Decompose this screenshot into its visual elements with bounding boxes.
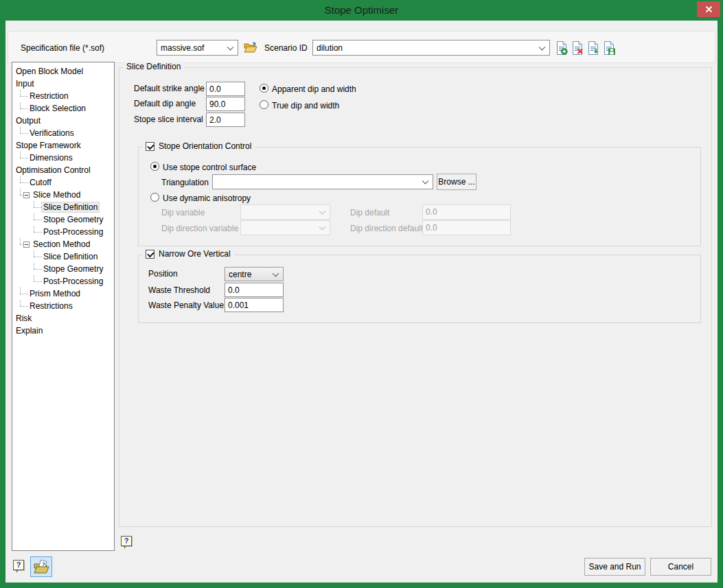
tree-item-output[interactable]: Output — [12, 115, 114, 127]
tree-item-optimisation-control[interactable]: Optimisation Control — [12, 164, 114, 176]
triangulation-combobox[interactable] — [212, 174, 433, 189]
save-scenario-button[interactable] — [603, 41, 615, 55]
cancel-button[interactable]: Cancel — [650, 558, 711, 576]
tree-item-verifications[interactable]: Verifications — [12, 127, 114, 139]
tree-item-label: Stope Framework — [16, 141, 81, 150]
dip-direction-variable-combobox[interactable] — [240, 220, 330, 235]
tree-item-label: Block Selection — [30, 104, 86, 113]
new-scenario-button[interactable] — [555, 41, 568, 55]
tree-item-cutoff[interactable]: Cutoff — [12, 176, 114, 189]
tree-item-dimensions[interactable]: Dimensions — [12, 152, 114, 164]
tree-item-label: Optimisation Control — [16, 165, 91, 175]
spec-file-label: Specification file (*.sof) — [21, 43, 104, 53]
dialog-help-icon[interactable]: ? — [13, 560, 24, 570]
tree-item-stope-geometry[interactable]: Stope Geometry — [12, 263, 114, 275]
tree-item-slice-method[interactable]: Slice Method — [12, 189, 114, 201]
delete-scenario-icon — [571, 41, 584, 55]
dip-default-input[interactable] — [422, 204, 511, 220]
tree-connector — [34, 213, 43, 226]
use-dynamic-anisotropy-radio[interactable] — [150, 193, 159, 202]
stope-orientation-control-label: Stope Orientation Control — [159, 141, 251, 151]
scenario-id-value: dilution — [317, 43, 549, 53]
titlebar: Stope Optimiser — [0, 0, 723, 21]
use-stope-control-surface-radio[interactable] — [150, 162, 159, 171]
tree-expander-icon[interactable] — [23, 192, 30, 198]
dip-variable-combobox[interactable] — [240, 204, 330, 220]
narrow-ore-vertical-checkbox[interactable] — [146, 250, 154, 259]
use-dynamic-anisotropy-label: Use dynamic anisotropy — [163, 193, 251, 203]
tree-item-label: Section Method — [33, 239, 90, 249]
default-dip-angle-label: Default dip angle — [134, 99, 196, 108]
tree-connector — [20, 300, 30, 312]
tree-item-input[interactable]: Input — [12, 78, 114, 90]
tree-item-post-processing[interactable]: Post-Processing — [12, 275, 114, 287]
tree-item-prism-method[interactable]: Prism Method — [12, 287, 114, 300]
triangulation-label: Triangulation — [161, 178, 209, 187]
import-scenario-icon — [587, 41, 599, 55]
tree-item-label: Slice Method — [33, 190, 80, 200]
tree-item-label: Output — [16, 116, 41, 126]
import-scenario-button[interactable] — [587, 41, 599, 55]
tree-connector — [20, 127, 30, 139]
tree-item-label: Slice Definition — [43, 252, 97, 261]
narrow-ore-vertical-group: Narrow Ore Vertical Position centre Wast… — [138, 255, 701, 323]
tree-item-explain[interactable]: Explain — [12, 325, 114, 337]
narrow-ore-vertical-title: Narrow Ore Vertical — [142, 249, 234, 259]
default-dip-angle-input[interactable] — [206, 97, 245, 111]
tree-expander-icon[interactable] — [23, 242, 30, 248]
apparent-dip-width-radio[interactable] — [260, 84, 268, 93]
save-and-run-button[interactable]: Save and Run — [584, 558, 645, 576]
narrow-ore-vertical-label: Narrow Ore Vertical — [159, 249, 231, 259]
tree-item-block-selection[interactable]: Block Selection — [12, 102, 114, 115]
tree-item-section-method[interactable]: Section Method — [12, 238, 114, 250]
open-spec-file-button[interactable] — [243, 40, 257, 54]
tree-item-slice-definition[interactable]: Slice Definition — [12, 250, 114, 263]
waste-penalty-value-label: Waste Penalty Value — [148, 301, 224, 310]
delete-scenario-button[interactable] — [571, 41, 584, 55]
tree-item-open-block-model[interactable]: Open Block Model — [12, 65, 114, 78]
tree-connector — [34, 201, 43, 213]
chevron-down-icon — [422, 178, 429, 185]
stope-orientation-control-title: Stope Orientation Control — [142, 141, 255, 151]
tree-item-restrictions[interactable]: Restrictions — [12, 300, 114, 312]
tree-item-risk[interactable]: Risk — [12, 312, 114, 325]
waste-threshold-label: Waste Threshold — [148, 285, 210, 295]
tree-connector — [34, 263, 43, 275]
new-scenario-icon — [555, 41, 568, 55]
browse-button[interactable]: Browse ... — [437, 174, 477, 190]
dip-variable-label: Dip variable — [161, 208, 205, 217]
tree-item-label: Open Block Model — [16, 67, 83, 76]
dip-default-label: Dip default — [350, 208, 389, 217]
tree-connector — [20, 287, 30, 300]
default-strike-angle-input[interactable] — [206, 82, 245, 96]
panel-help-icon[interactable]: ? — [121, 536, 132, 546]
chevron-down-icon — [319, 224, 326, 231]
tree-item-stope-geometry[interactable]: Stope Geometry — [12, 213, 114, 226]
scenario-id-combobox[interactable]: dilution — [312, 40, 550, 56]
waste-penalty-value-input[interactable] — [225, 298, 284, 312]
dip-direction-default-input[interactable] — [422, 220, 511, 235]
stope-orientation-control-checkbox[interactable] — [146, 142, 154, 151]
tree-connector — [20, 176, 30, 189]
stope-slice-interval-input[interactable] — [206, 113, 245, 127]
tree-view: Open Block ModelInputRestrictionBlock Se… — [12, 62, 115, 551]
position-label: Position — [148, 269, 178, 279]
tree-item-label: Risk — [16, 314, 32, 323]
tree-connector — [20, 102, 30, 115]
tree-item-stope-framework[interactable]: Stope Framework — [12, 139, 114, 152]
tree-item-label: Restriction — [30, 91, 69, 101]
close-button[interactable] — [697, 1, 720, 17]
tree-item-slice-definition[interactable]: Slice Definition — [12, 201, 114, 213]
waste-threshold-input[interactable] — [225, 283, 284, 297]
tree-item-restriction[interactable]: Restriction — [12, 90, 114, 102]
true-dip-width-radio[interactable] — [260, 100, 268, 109]
spec-file-combobox[interactable]: massive.sof — [157, 40, 238, 56]
stope-orientation-control-group: Stope Orientation Control Use stope cont… — [138, 147, 701, 246]
close-icon — [705, 5, 713, 13]
position-combobox[interactable]: centre — [225, 267, 284, 281]
scenario-id-label: Scenario ID — [264, 43, 308, 53]
dialog-body: Specification file (*.sof) massive.sof S… — [5, 21, 718, 583]
help-folder-button[interactable]: ? — [30, 556, 52, 577]
tree-item-post-processing[interactable]: Post-Processing — [12, 226, 114, 238]
tree-connector — [34, 250, 43, 263]
